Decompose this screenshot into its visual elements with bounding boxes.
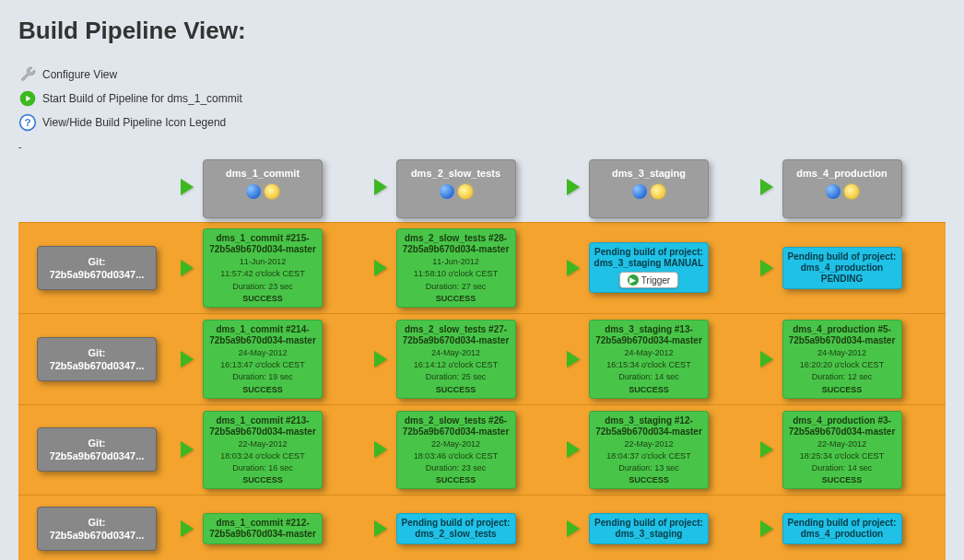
build-box[interactable]: Pending build of project: dms_3_staging …: [589, 242, 709, 293]
build-date: 11-Jun-2012: [401, 257, 511, 267]
build-time: 18:03:46 o'clock CEST: [401, 451, 511, 461]
build-box[interactable]: dms_1_commit #213-72b5a9b670d034-master2…: [203, 411, 323, 490]
build-box[interactable]: dms_4_production #3-72b5a9b670d034-maste…: [782, 411, 902, 490]
build-name: Pending build of project: dms_3_staging: [594, 518, 704, 540]
git-label: Git:: [88, 438, 106, 449]
build-time: 16:15:34 o'clock CEST: [594, 360, 704, 370]
build-duration: Duration: 23 sec: [207, 282, 318, 292]
git-label: Git:: [88, 517, 106, 528]
build-box[interactable]: dms_4_production #5-72b5a9b670d034-maste…: [782, 320, 902, 399]
build-box[interactable]: dms_2_slow_tests #27-72b5a9b670d034-mast…: [396, 320, 516, 399]
build-date: 24-May-2012: [594, 348, 704, 358]
build-duration: Duration: 23 sec: [401, 463, 511, 473]
build-box[interactable]: dms_3_staging #12-72b5a9b670d034-master2…: [589, 411, 709, 490]
stage-header[interactable]: dms_3_staging: [589, 159, 709, 218]
build-duration: Duration: 19 sec: [207, 372, 318, 382]
pipeline-run-row: Git:72b5a9b670d0347...dms_1_commit #215-…: [18, 222, 946, 313]
build-box[interactable]: dms_1_commit #215-72b5a9b670d034-master1…: [203, 228, 323, 308]
build-box[interactable]: Pending build of project: dms_4_producti…: [782, 513, 902, 544]
build-time: 16:13:47 o'clock CEST: [207, 360, 318, 370]
build-time: 18:25:34 o'clock CEST: [787, 451, 898, 461]
start-build-label: Start Build of Pipeline for dms_1_commit: [42, 92, 242, 105]
arrow-icon: [567, 179, 580, 195]
stage-name: dms_1_commit: [209, 168, 316, 179]
arrow-icon: [374, 179, 387, 195]
build-status: SUCCESS: [401, 385, 511, 394]
stage-header[interactable]: dms_2_slow_tests: [396, 159, 516, 218]
build-status: SUCCESS: [787, 475, 898, 484]
configure-view-label: Configure View: [42, 68, 117, 81]
build-status: SUCCESS: [594, 475, 704, 484]
arrow-icon: [374, 520, 387, 537]
weather-icon: [844, 184, 859, 199]
build-duration: Duration: 12 sec: [787, 372, 898, 382]
arrow-icon: [567, 441, 580, 458]
git-sha: 72b5a9b670d0347...: [43, 450, 150, 461]
build-duration: Duration: 16 sec: [207, 463, 318, 473]
status-orb-icon: [632, 184, 647, 199]
arrow-icon: [374, 441, 387, 458]
git-revision-box[interactable]: Git:72b5a9b670d0347...: [37, 427, 157, 472]
git-label: Git:: [88, 256, 106, 267]
wrench-icon: [18, 65, 37, 84]
build-name: dms_4_production #3-72b5a9b670d034-maste…: [787, 415, 898, 438]
weather-icon: [458, 184, 473, 199]
build-box[interactable]: dms_2_slow_tests #28-72b5a9b670d034-mast…: [396, 228, 516, 308]
build-name: dms_2_slow_tests #27-72b5a9b670d034-mast…: [401, 324, 511, 346]
build-time: 16:20:20 o'clock CEST: [787, 360, 898, 370]
arrow-icon: [760, 351, 773, 368]
build-name: dms_1_commit #215-72b5a9b670d034-master: [207, 233, 318, 255]
status-orb-icon: [246, 184, 261, 199]
git-revision-box[interactable]: Git:72b5a9b670d0347...: [37, 246, 157, 290]
build-name: Pending build of project: dms_3_staging …: [594, 247, 704, 269]
build-box[interactable]: dms_2_slow_tests #26-72b5a9b670d034-mast…: [396, 411, 516, 490]
play-icon: [18, 89, 37, 108]
build-name: dms_4_production #5-72b5a9b670d034-maste…: [787, 324, 898, 346]
status-orb-icon: [826, 184, 841, 199]
git-revision-box[interactable]: Git:72b5a9b670d0347...: [37, 507, 157, 551]
page-title: Build Pipeline View:: [18, 17, 946, 45]
pipeline-run-row: Git:72b5a9b670d0347...dms_1_commit #214-…: [18, 313, 946, 404]
arrow-icon: [567, 260, 580, 276]
build-box[interactable]: Pending build of project: dms_4_producti…: [782, 247, 902, 289]
arrow-icon: [181, 441, 194, 458]
pipeline-run-row: Git:72b5a9b670d0347...dms_1_commit #212-…: [18, 495, 946, 560]
arrow-icon: [760, 520, 773, 537]
arrow-icon: [567, 351, 580, 368]
build-box[interactable]: dms_1_commit #212-72b5a9b670d034-master: [203, 513, 323, 544]
start-build-link[interactable]: Start Build of Pipeline for dms_1_commit: [18, 89, 946, 108]
build-date: 24-May-2012: [207, 348, 318, 358]
arrow-icon: [760, 260, 773, 276]
build-status: SUCCESS: [594, 385, 704, 394]
build-box[interactable]: Pending build of project: dms_3_staging: [589, 513, 709, 544]
build-name: dms_1_commit #213-72b5a9b670d034-master: [207, 415, 318, 438]
collapse-marker: -: [18, 141, 946, 152]
build-status: SUCCESS: [207, 475, 318, 484]
git-revision-box[interactable]: Git:72b5a9b670d0347...: [37, 337, 157, 381]
build-time: 11:57:42 o'clock CEST: [207, 269, 318, 279]
build-status: SUCCESS: [401, 475, 511, 484]
stage-name: dms_4_production: [789, 168, 896, 179]
build-date: 22-May-2012: [207, 439, 318, 449]
build-duration: Duration: 25 sec: [401, 372, 511, 382]
help-icon: ?: [18, 113, 37, 132]
arrow-icon: [374, 351, 387, 368]
stage-header[interactable]: dms_4_production: [782, 159, 902, 218]
build-box[interactable]: Pending build of project: dms_2_slow_tes…: [396, 513, 516, 544]
weather-icon: [651, 184, 665, 199]
build-box[interactable]: dms_1_commit #214-72b5a9b670d034-master2…: [203, 320, 323, 399]
svg-text:?: ?: [24, 116, 30, 128]
build-duration: Duration: 14 sec: [787, 463, 898, 473]
build-date: 22-May-2012: [594, 439, 704, 449]
build-name: dms_2_slow_tests #26-72b5a9b670d034-mast…: [401, 415, 511, 438]
stage-name: dms_3_staging: [595, 168, 702, 179]
status-orb-icon: [440, 184, 454, 199]
build-time: 18:03:24 o'clock CEST: [207, 451, 318, 461]
build-time: 16:14:12 o'clock CEST: [401, 360, 511, 370]
build-name: dms_3_staging #13-72b5a9b670d034-master: [594, 324, 704, 346]
configure-view-link[interactable]: Configure View: [18, 65, 946, 84]
build-box[interactable]: dms_3_staging #13-72b5a9b670d034-master2…: [589, 320, 709, 399]
legend-toggle-link[interactable]: ? View/Hide Build Pipeline Icon Legend: [18, 113, 946, 132]
stage-header[interactable]: dms_1_commit: [203, 159, 323, 218]
trigger-button[interactable]: ▶Trigger: [619, 272, 678, 288]
